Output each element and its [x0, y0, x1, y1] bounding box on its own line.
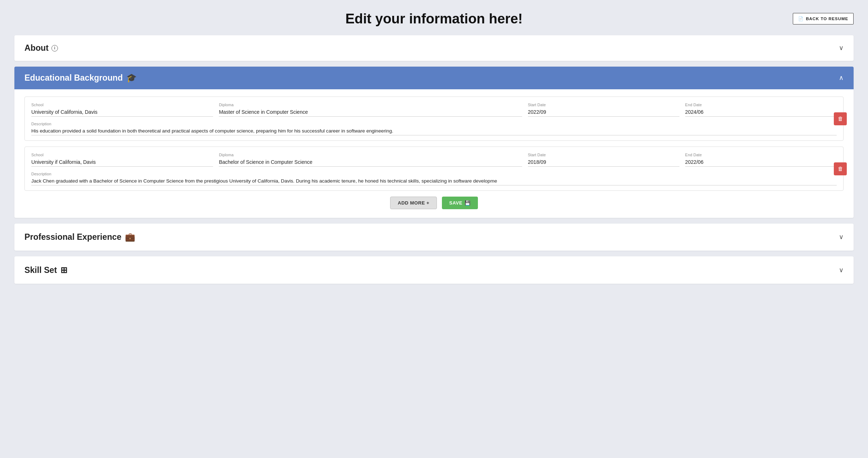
professional-section-header[interactable]: Professional Experience 💼 ∨ [14, 224, 854, 251]
about-section-header[interactable]: About i ∨ [14, 35, 854, 61]
add-more-button[interactable]: ADD MORE + [390, 197, 437, 209]
school-input-2[interactable] [31, 158, 213, 167]
about-chevron-icon: ∨ [839, 44, 844, 52]
educational-section-title: Educational Background 🎓 [24, 73, 137, 83]
description-label-1: Description [31, 122, 837, 126]
professional-section-title: Professional Experience 💼 [24, 232, 135, 242]
end-date-field-2: End Date [685, 153, 837, 167]
school-field-2: School [31, 153, 213, 167]
skills-section: Skill Set ⊞ ∨ [14, 256, 854, 284]
edu-entry-1: School Diploma Start Date End Date Descr… [24, 96, 844, 141]
professional-section: Professional Experience 💼 ∨ [14, 224, 854, 251]
briefcase-icon: 💼 [125, 232, 135, 242]
description-group-2: Description [31, 172, 837, 185]
delete-button-2[interactable]: 🗑 [834, 162, 847, 175]
professional-chevron-icon: ∨ [839, 233, 844, 241]
back-to-resume-button[interactable]: 📄 BACK TO RESUME [793, 13, 854, 24]
diploma-input-2[interactable] [219, 158, 522, 167]
about-section-title: About i [24, 43, 58, 53]
about-section: About i ∨ [14, 35, 854, 61]
save-label: SAVE [449, 200, 462, 206]
school-label-1: School [31, 103, 213, 107]
educational-actions: ADD MORE + SAVE 💾 [24, 197, 844, 209]
educational-section-header[interactable]: Educational Background 🎓 ∧ [14, 67, 854, 89]
school-input-1[interactable] [31, 108, 213, 117]
description-input-1[interactable] [31, 127, 837, 135]
skills-section-header[interactable]: Skill Set ⊞ ∨ [14, 256, 854, 284]
skills-chevron-icon: ∨ [839, 266, 844, 274]
skills-icon: ⊞ [60, 265, 67, 275]
page-title: Edit your information here! [345, 11, 523, 27]
info-icon: i [51, 45, 58, 51]
description-group-1: Description [31, 122, 837, 135]
diploma-field-2: Diploma [219, 153, 522, 167]
save-button[interactable]: SAVE 💾 [442, 197, 478, 209]
end-date-label-1: End Date [685, 103, 837, 107]
edu-entry-1-row: School Diploma Start Date End Date [31, 103, 837, 117]
start-date-input-1[interactable] [528, 108, 679, 117]
skills-section-title: Skill Set ⊞ [24, 265, 67, 275]
start-date-label-2: Start Date [528, 153, 679, 157]
description-label-2: Description [31, 172, 837, 176]
description-input-2[interactable] [31, 178, 837, 185]
diploma-label-2: Diploma [219, 153, 522, 157]
resume-icon: 📄 [798, 16, 804, 21]
end-date-label-2: End Date [685, 153, 837, 157]
page-header: Edit your information here! 📄 BACK TO RE… [14, 7, 854, 27]
end-date-input-1[interactable] [685, 108, 837, 117]
educational-content: School Diploma Start Date End Date Descr… [14, 89, 854, 218]
school-field-1: School [31, 103, 213, 117]
edu-entry-2-row: School Diploma Start Date End Date [31, 153, 837, 167]
diploma-input-1[interactable] [219, 108, 522, 117]
diploma-label-1: Diploma [219, 103, 522, 107]
graduation-icon: 🎓 [126, 73, 137, 83]
end-date-field-1: End Date [685, 103, 837, 117]
start-date-input-2[interactable] [528, 158, 679, 167]
save-icon: 💾 [465, 200, 471, 206]
end-date-input-2[interactable] [685, 158, 837, 167]
educational-chevron-icon: ∧ [839, 74, 844, 82]
delete-button-1[interactable]: 🗑 [834, 112, 847, 125]
start-date-field-2: Start Date [528, 153, 679, 167]
diploma-field-1: Diploma [219, 103, 522, 117]
educational-section: Educational Background 🎓 ∧ School Diplom… [14, 67, 854, 218]
start-date-label-1: Start Date [528, 103, 679, 107]
start-date-field-1: Start Date [528, 103, 679, 117]
school-label-2: School [31, 153, 213, 157]
edu-entry-2: School Diploma Start Date End Date Descr… [24, 147, 844, 191]
